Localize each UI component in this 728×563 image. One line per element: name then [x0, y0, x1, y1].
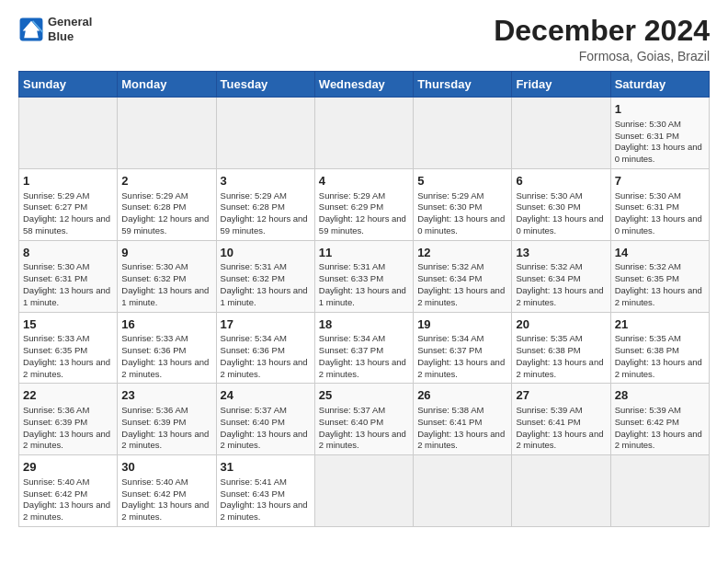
sunset: Sunset: 6:41 PM [417, 417, 482, 427]
sunrise: Sunrise: 5:37 AM [221, 405, 287, 415]
day-cell [512, 455, 610, 527]
sunrise: Sunrise: 5:38 AM [417, 405, 483, 415]
week-row-2: 8Sunrise: 5:30 AMSunset: 6:31 PMDaylight… [19, 240, 710, 312]
day-cell: 20Sunrise: 5:35 AMSunset: 6:38 PMDayligh… [512, 312, 610, 384]
day-number: 15 [23, 316, 113, 333]
sunset: Sunset: 6:32 PM [221, 273, 285, 283]
day-number: 8 [23, 245, 113, 261]
sunset: Sunset: 6:43 PM [221, 488, 285, 499]
sunrise: Sunrise: 5:30 AM [23, 261, 89, 271]
day-of-week-wednesday: Wednesday [314, 72, 413, 98]
sunrise: Sunrise: 5:33 AM [23, 333, 89, 343]
sunrise: Sunrise: 5:32 AM [516, 261, 582, 271]
logo-icon [18, 17, 44, 42]
daylight: Daylight: 13 hours and 2 minutes. [615, 357, 702, 379]
daylight: Daylight: 13 hours and 2 minutes. [221, 357, 308, 379]
day-cell: 9Sunrise: 5:30 AMSunset: 6:32 PMDaylight… [118, 240, 216, 312]
day-number: 1 [615, 101, 705, 118]
day-number: 24 [221, 387, 311, 404]
sunrise: Sunrise: 5:34 AM [221, 333, 287, 343]
sunset: Sunset: 6:42 PM [23, 488, 87, 499]
day-cell: 18Sunrise: 5:34 AMSunset: 6:37 PMDayligh… [314, 312, 413, 384]
sunrise: Sunrise: 5:32 AM [615, 261, 681, 271]
day-cell: 8Sunrise: 5:30 AMSunset: 6:31 PMDaylight… [19, 240, 118, 312]
day-cell [19, 98, 118, 169]
day-of-week-thursday: Thursday [414, 72, 512, 98]
daylight: Daylight: 13 hours and 2 minutes. [319, 429, 406, 451]
sunrise: Sunrise: 5:40 AM [23, 477, 89, 487]
daylight: Daylight: 13 hours and 2 minutes. [221, 429, 308, 451]
week-row-5: 29Sunrise: 5:40 AMSunset: 6:42 PMDayligh… [19, 455, 710, 527]
day-number: 21 [615, 316, 705, 333]
sunrise: Sunrise: 5:30 AM [615, 119, 681, 129]
day-cell: 29Sunrise: 5:40 AMSunset: 6:42 PMDayligh… [19, 455, 118, 527]
week-row-4: 22Sunrise: 5:36 AMSunset: 6:39 PMDayligh… [19, 384, 710, 455]
sunrise: Sunrise: 5:30 AM [615, 190, 681, 201]
sunset: Sunset: 6:41 PM [516, 417, 580, 427]
month-title: December 2024 [494, 15, 710, 47]
daylight: Daylight: 13 hours and 2 minutes. [121, 357, 209, 379]
sunrise: Sunrise: 5:39 AM [615, 405, 681, 415]
day-number: 17 [221, 316, 311, 333]
sunset: Sunset: 6:34 PM [417, 273, 482, 283]
sunset: Sunset: 6:28 PM [221, 201, 285, 212]
sunset: Sunset: 6:30 PM [516, 201, 580, 212]
day-cell: 11Sunrise: 5:31 AMSunset: 6:33 PMDayligh… [314, 240, 413, 312]
day-number: 23 [121, 387, 211, 404]
sunrise: Sunrise: 5:29 AM [417, 190, 483, 201]
sunset: Sunset: 6:39 PM [121, 417, 186, 427]
daylight: Daylight: 13 hours and 2 minutes. [319, 357, 406, 379]
day-number: 6 [516, 173, 606, 190]
day-number: 18 [319, 316, 409, 333]
day-number: 1 [23, 173, 113, 190]
day-cell: 17Sunrise: 5:34 AMSunset: 6:36 PMDayligh… [216, 312, 314, 384]
daylight: Daylight: 13 hours and 2 minutes. [516, 429, 603, 451]
sunrise: Sunrise: 5:35 AM [516, 333, 582, 343]
daylight: Daylight: 13 hours and 1 minute. [221, 285, 308, 307]
day-number: 28 [615, 387, 705, 404]
sunrise: Sunrise: 5:34 AM [417, 333, 483, 343]
day-cell: 13Sunrise: 5:32 AMSunset: 6:34 PMDayligh… [512, 240, 610, 312]
day-number: 11 [319, 245, 409, 261]
sunset: Sunset: 6:36 PM [221, 345, 285, 355]
daylight: Daylight: 13 hours and 0 minutes. [516, 213, 603, 236]
day-cell [414, 455, 512, 527]
daylight: Daylight: 12 hours and 59 minutes. [121, 213, 209, 236]
day-cell: 23Sunrise: 5:36 AMSunset: 6:39 PMDayligh… [118, 384, 216, 455]
daylight: Daylight: 13 hours and 2 minutes. [417, 429, 505, 451]
sunset: Sunset: 6:39 PM [23, 417, 87, 427]
sunset: Sunset: 6:37 PM [417, 345, 482, 355]
day-of-week-tuesday: Tuesday [216, 72, 314, 98]
day-number: 20 [516, 316, 606, 333]
day-cell: 14Sunrise: 5:32 AMSunset: 6:35 PMDayligh… [610, 240, 709, 312]
day-cell: 30Sunrise: 5:40 AMSunset: 6:42 PMDayligh… [118, 455, 216, 527]
sunset: Sunset: 6:38 PM [615, 345, 679, 355]
daylight: Daylight: 13 hours and 2 minutes. [516, 285, 603, 307]
day-cell: 24Sunrise: 5:37 AMSunset: 6:40 PMDayligh… [216, 384, 314, 455]
day-number: 31 [221, 459, 311, 476]
sunset: Sunset: 6:40 PM [319, 417, 383, 427]
day-cell: 31Sunrise: 5:41 AMSunset: 6:43 PMDayligh… [216, 455, 314, 527]
calendar-header: SundayMondayTuesdayWednesdayThursdayFrid… [19, 72, 710, 98]
sunset: Sunset: 6:33 PM [319, 273, 383, 283]
day-of-week-sunday: Sunday [19, 72, 118, 98]
sunset: Sunset: 6:31 PM [615, 201, 679, 212]
sunset: Sunset: 6:29 PM [319, 201, 383, 212]
sunrise: Sunrise: 5:29 AM [221, 190, 287, 201]
logo: General Blue [18, 15, 92, 43]
calendar-table: SundayMondayTuesdayWednesdayThursdayFrid… [18, 71, 710, 527]
day-number: 3 [221, 173, 311, 190]
day-cell: 28Sunrise: 5:39 AMSunset: 6:42 PMDayligh… [610, 384, 709, 455]
day-number: 9 [121, 245, 211, 261]
sunrise: Sunrise: 5:30 AM [121, 261, 188, 271]
location: Formosa, Goias, Brazil [494, 49, 710, 63]
day-cell [216, 98, 314, 169]
day-number: 25 [319, 387, 409, 404]
day-number: 14 [615, 245, 705, 261]
day-number: 16 [121, 316, 211, 333]
week-row-3: 15Sunrise: 5:33 AMSunset: 6:35 PMDayligh… [19, 312, 710, 384]
sunset: Sunset: 6:42 PM [121, 488, 186, 499]
sunset: Sunset: 6:34 PM [516, 273, 580, 283]
day-number: 12 [417, 245, 507, 261]
sunrise: Sunrise: 5:36 AM [121, 405, 188, 415]
